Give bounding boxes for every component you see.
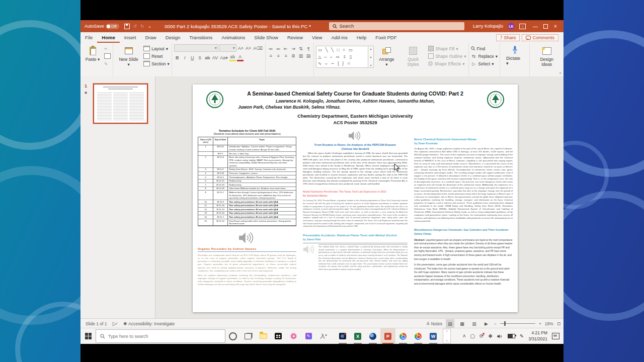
columns-icon[interactable]: ▥	[298, 53, 304, 58]
font-size-combo[interactable]: ▾	[219, 44, 236, 52]
line-spacing-icon[interactable]: ⇅	[298, 46, 304, 51]
shape-effects-button[interactable]: Shape Effects ▾	[428, 60, 466, 67]
tab-add-ins[interactable]: Add-ins	[327, 32, 352, 43]
align-center-icon[interactable]: ≡	[275, 53, 281, 58]
tray-remote-icon[interactable]: ✥	[488, 333, 492, 339]
decrease-font-icon[interactable]: A˅	[245, 45, 252, 51]
audio-speaker-icon[interactable]	[348, 130, 362, 141]
title-dropdown-icon[interactable]: ▾	[309, 24, 311, 28]
reading-view-button[interactable]: ▥	[470, 319, 478, 328]
zoom-in-button[interactable]: +	[539, 321, 541, 326]
excel-icon[interactable]: X	[350, 328, 365, 344]
restore-button[interactable]	[540, 21, 550, 31]
text-shadow-icon[interactable]: S	[197, 55, 203, 61]
shape-fill-button[interactable]: Shape Fill ▾	[428, 45, 466, 52]
taskbar-overflow-scroller[interactable]: ˄˅	[443, 329, 451, 343]
audio-speaker-icon[interactable]	[303, 244, 316, 254]
slide-sorter-button[interactable]: ▦	[458, 319, 466, 328]
undo-icon[interactable]: ↺	[133, 24, 137, 29]
pen-icon[interactable]: ✎	[520, 333, 524, 339]
zoom-slider-knob[interactable]	[504, 321, 506, 326]
task-view-icon[interactable]	[240, 328, 256, 344]
underline-icon[interactable]: U	[189, 55, 196, 61]
slide-canvas[interactable]: A Seminar-based Chemical Safety Course f…	[193, 84, 518, 312]
normal-view-button[interactable]: ▤	[446, 319, 454, 328]
layout-button[interactable]: Layout ▾	[143, 45, 170, 52]
italic-icon[interactable]: I	[182, 55, 188, 61]
design-ideas-button[interactable]: Design Ideas	[532, 44, 561, 68]
tab-foxit-pdf[interactable]: Foxit PDF	[371, 32, 401, 43]
increase-indent-icon[interactable]: ⇥	[290, 46, 296, 51]
notes-button[interactable]: ≜ Notes	[426, 321, 442, 326]
action-center-icon[interactable]	[552, 333, 559, 339]
font-color-icon[interactable]: A	[237, 54, 244, 61]
spellcheck-icon[interactable]: ▯✓	[112, 321, 119, 326]
tab-slide-show[interactable]: Slide Show	[250, 32, 283, 43]
shapes-gallery[interactable]: ▭ ╲ ╲ □ ○ ▭ △ ⌐ ⌐ ⇨ ⇩ ▯ ∿ ⌣ ∼ { } ☆	[316, 46, 368, 68]
tray-window-icon[interactable]: ▢	[470, 333, 475, 339]
ribbon-display-options-icon[interactable]: ⌄	[519, 24, 526, 29]
decrease-indent-icon[interactable]: ⇤	[283, 46, 289, 51]
avatar[interactable]: LK	[508, 23, 515, 30]
autosave-control[interactable]: AutoSave Off	[85, 24, 119, 29]
scroll-down-icon[interactable]: ˅	[446, 339, 448, 342]
microsoft-store-icon[interactable]	[271, 328, 286, 344]
tray-sync-alert-icon[interactable]: ⟳	[479, 333, 484, 339]
taskbar-search-box[interactable]: Type here to search	[96, 329, 225, 343]
numbering-icon[interactable]: ≕	[275, 46, 281, 51]
close-button[interactable]: ×	[550, 21, 560, 31]
search-box[interactable]: Search	[329, 22, 464, 30]
comments-button[interactable]: Comments	[522, 34, 558, 41]
hidden-icons-chevron[interactable]: ˄	[463, 333, 466, 339]
convert-smartart-icon[interactable]: ▤	[305, 53, 311, 58]
paste-button[interactable]: Paste ▾	[83, 44, 103, 63]
word-icon[interactable]: W	[426, 328, 441, 344]
qat-customize-icon[interactable]: ⌄	[148, 24, 152, 29]
shapes-gallery-scroll[interactable]: ▴▾▾	[368, 46, 374, 68]
cortana-icon[interactable]	[225, 328, 240, 344]
tab-view[interactable]: View	[307, 32, 327, 43]
highlight-color-icon[interactable]: ab	[229, 54, 236, 61]
text-direction-icon[interactable]: ¶	[305, 46, 311, 51]
dictate-button[interactable]: Dictate ▾	[502, 44, 527, 67]
minimize-button[interactable]: —	[530, 21, 540, 31]
copy-icon[interactable]	[104, 53, 111, 59]
bullets-icon[interactable]: ≔	[268, 46, 274, 51]
tab-help[interactable]: Help	[352, 32, 371, 43]
clear-formatting-icon[interactable]: A⌫	[253, 45, 263, 51]
font-name-combo[interactable]: ▾	[174, 44, 218, 52]
audio-speaker-icon[interactable]	[238, 231, 256, 244]
volume-icon[interactable]	[497, 334, 503, 339]
tab-transitions[interactable]: Transitions	[185, 32, 217, 43]
change-case-icon[interactable]: Aa▾	[219, 55, 228, 61]
photos-app-icon[interactable]	[286, 328, 301, 344]
screen-recorder-icon[interactable]	[335, 328, 350, 344]
reset-button[interactable]: Reset	[143, 53, 170, 59]
section-button[interactable]: Section ▾	[143, 60, 170, 67]
chrome-icon[interactable]	[395, 328, 411, 344]
format-painter-icon[interactable]: ✎	[104, 60, 111, 67]
scroll-up-icon[interactable]: ˄	[446, 330, 448, 333]
align-left-icon[interactable]: ≡	[268, 53, 274, 58]
align-right-icon[interactable]: ≡	[283, 53, 289, 58]
zoom-slider[interactable]	[500, 323, 535, 324]
start-button[interactable]	[80, 328, 96, 344]
character-spacing-icon[interactable]: AV	[212, 55, 218, 61]
language-input-icon[interactable]: 入a	[316, 328, 331, 344]
powerpoint-icon[interactable]: P	[380, 328, 395, 344]
accessibility-status[interactable]: ✺ Accessibility: Investigate	[123, 321, 175, 326]
bold-icon[interactable]: B	[174, 55, 181, 61]
share-button[interactable]: ⤴Share	[496, 34, 520, 41]
clock[interactable]: 4:21 PM 3/31/2021	[528, 330, 547, 341]
tab-review[interactable]: Review	[283, 32, 307, 43]
justify-icon[interactable]: ≣	[290, 53, 296, 58]
chrome-icon-2[interactable]	[411, 328, 426, 344]
snip-sketch-icon[interactable]: ✎	[301, 328, 316, 344]
strikethrough-icon[interactable]: ab	[204, 55, 211, 61]
increase-font-icon[interactable]: A˄	[237, 45, 244, 51]
autosave-toggle[interactable]: Off	[106, 24, 119, 29]
replace-button[interactable]: ⇆Replace ▾	[471, 53, 498, 59]
new-slide-button[interactable]: New Slide ▾	[115, 44, 142, 68]
quick-styles-button[interactable]: Quick Styles	[399, 44, 427, 68]
find-button[interactable]: Find	[471, 45, 498, 52]
